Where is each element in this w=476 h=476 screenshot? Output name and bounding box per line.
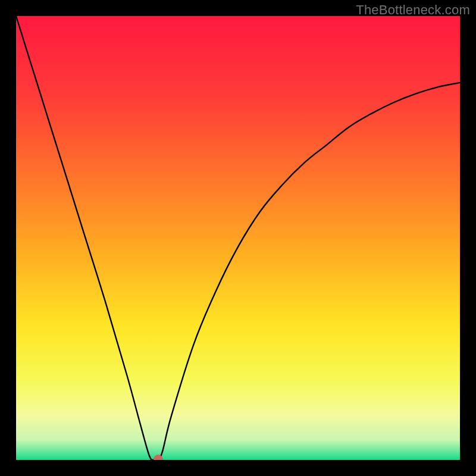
chart-frame: TheBottleneck.com xyxy=(0,0,476,476)
watermark-text: TheBottleneck.com xyxy=(356,2,470,18)
optimum-marker xyxy=(154,455,163,460)
plot-area xyxy=(16,16,460,460)
bottleneck-curve xyxy=(16,16,460,460)
